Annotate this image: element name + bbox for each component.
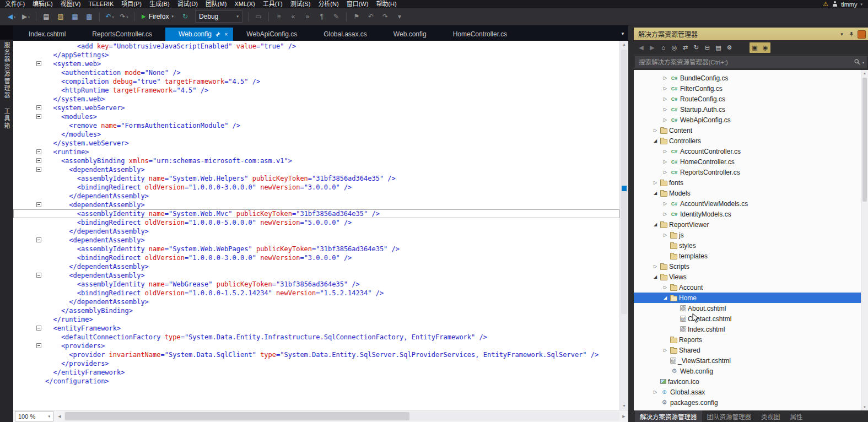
chevron-right-icon[interactable]: ▷ bbox=[661, 348, 670, 353]
tab-reportscontroller-cs[interactable]: ReportsController.cs bbox=[79, 28, 165, 41]
tree-item-packages-config[interactable]: ⚙packages.config bbox=[634, 397, 868, 408]
tree-item-views[interactable]: ◢Views bbox=[634, 272, 868, 282]
forward-icon[interactable]: ▶ bbox=[647, 42, 657, 53]
code-line[interactable]: </dependentAssembly> bbox=[13, 262, 619, 271]
start-debug-button[interactable]: ▶Firefox▾ bbox=[137, 13, 178, 20]
scroll-up-arrow[interactable]: ▲ bbox=[861, 70, 868, 77]
tree-item-webapiconfig-cs[interactable]: ▷C#WebApiConfig.cs bbox=[634, 115, 868, 125]
fold-toggle-icon[interactable] bbox=[36, 149, 41, 154]
code-line[interactable]: </dependentAssembly> bbox=[13, 227, 619, 236]
prev-bookmark-button[interactable]: ↶ bbox=[364, 10, 378, 23]
code-line[interactable]: </dependentAssembly> bbox=[13, 297, 619, 306]
tree-item-fonts[interactable]: ▷fonts bbox=[634, 177, 868, 188]
pending-changes-filter-icon[interactable]: ◉ bbox=[760, 42, 770, 53]
chevron-expanded-icon[interactable]: ◢ bbox=[651, 191, 660, 196]
code-line[interactable]: <bindingRedirect oldVersion="1.0.0.0-1.5… bbox=[13, 289, 619, 297]
show-all-files-icon[interactable]: ▤ bbox=[713, 42, 724, 53]
tool-window-tab[interactable]: 类视图 bbox=[756, 410, 785, 422]
code-line[interactable]: <bindingRedirect oldVersion="1.0.0.0-5.0… bbox=[13, 218, 619, 227]
tree-item-content[interactable]: ▷Content bbox=[634, 125, 868, 136]
chevron-right-icon[interactable]: ▷ bbox=[661, 107, 670, 112]
comment-button[interactable]: ¶ bbox=[315, 10, 329, 23]
code-line[interactable]: <authentication mode="None" /> bbox=[13, 68, 619, 77]
code-line[interactable]: <system.web> bbox=[13, 59, 619, 68]
code-line[interactable]: </system.web> bbox=[13, 95, 619, 104]
tree-item-bundleconfig-cs[interactable]: ▷C#BundleConfig.cs bbox=[634, 73, 868, 83]
home-icon[interactable]: ⌂ bbox=[658, 42, 668, 53]
menu-item[interactable]: TELERIK bbox=[84, 0, 117, 8]
horizontal-scrollbar-thumb[interactable] bbox=[65, 412, 409, 420]
tree-item-js[interactable]: ▷js bbox=[634, 230, 868, 240]
switch-views-icon[interactable]: ◎ bbox=[669, 42, 680, 53]
chevron-right-icon[interactable]: ▷ bbox=[661, 86, 670, 91]
menu-item[interactable]: 文件(F) bbox=[1, 0, 29, 8]
warning-icon[interactable]: ⚠ bbox=[823, 0, 828, 8]
scroll-down-arrow[interactable]: ▼ bbox=[620, 402, 628, 410]
scroll-right-arrow[interactable]: ▶ bbox=[619, 410, 628, 422]
uncomment-button[interactable]: ✎ bbox=[329, 10, 343, 23]
refresh-icon[interactable]: ↻ bbox=[691, 42, 702, 53]
redo-button[interactable]: ↷▾ bbox=[117, 10, 131, 23]
new-file-button[interactable]: ▤ bbox=[39, 10, 53, 23]
tool-window-tab[interactable]: 团队资源管理器 bbox=[702, 410, 757, 422]
code-line[interactable]: </assemblyBinding> bbox=[13, 306, 619, 315]
menu-item[interactable]: 帮助(H) bbox=[372, 0, 400, 8]
code-line[interactable]: <remove name="FormsAuthenticationModule"… bbox=[13, 121, 619, 130]
code-line[interactable]: </modules> bbox=[13, 130, 619, 139]
chevron-expanded-icon[interactable]: ◢ bbox=[651, 223, 660, 227]
tree-item-favicon-ico[interactable]: favicon.ico bbox=[634, 376, 868, 387]
fold-toggle-icon[interactable] bbox=[36, 167, 41, 172]
document-list-chevron-icon[interactable]: ▼ bbox=[621, 31, 625, 36]
menu-item[interactable]: 生成(B) bbox=[145, 0, 174, 8]
chevron-right-icon[interactable]: ▷ bbox=[661, 212, 670, 217]
code-line[interactable]: <assemblyIdentity name="WebGrease" publi… bbox=[13, 280, 619, 289]
tab-web-config[interactable]: Web.config× bbox=[165, 28, 233, 41]
menu-item[interactable]: XML(X) bbox=[230, 0, 258, 8]
toolbox-vertical-tab[interactable]: 工具箱 bbox=[2, 108, 11, 129]
tree-item-startup-auth-cs[interactable]: ▷C#Startup.Auth.cs bbox=[634, 104, 868, 115]
tree-item-routeconfig-cs[interactable]: ▷C#RouteConfig.cs bbox=[634, 94, 868, 104]
tool-window-tab[interactable]: 属性 bbox=[785, 410, 808, 422]
back-icon[interactable]: ◀ bbox=[636, 42, 646, 53]
code-area[interactable]: <add key="UnobtrusiveJavaScriptEnabled" … bbox=[13, 41, 619, 410]
code-line[interactable]: <entityFramework> bbox=[13, 324, 619, 333]
tab-web-config[interactable]: Web.config bbox=[380, 28, 440, 41]
preview-selected-items-icon[interactable]: ▣ bbox=[750, 42, 760, 53]
code-line[interactable]: <compilation debug="true" targetFramewor… bbox=[13, 77, 619, 86]
server-explorer-vertical-tab[interactable]: 服务器资源管理器 bbox=[2, 42, 11, 99]
code-line[interactable]: <dependentAssembly> bbox=[13, 201, 619, 209]
window-position-chevron-icon[interactable]: ▾ bbox=[837, 31, 847, 37]
close-icon[interactable]: × bbox=[224, 31, 228, 37]
increase-indent-button[interactable]: » bbox=[300, 10, 315, 23]
tree-item-accountviewmodels-cs[interactable]: ▷C#AccountViewModels.cs bbox=[634, 198, 868, 209]
menu-item[interactable]: 分析(N) bbox=[314, 0, 342, 8]
chevron-expanded-icon[interactable]: ◢ bbox=[661, 296, 670, 300]
vertical-scrollbar-thumb[interactable] bbox=[621, 50, 627, 314]
fold-toggle-icon[interactable] bbox=[36, 273, 41, 278]
code-line[interactable]: <defaultConnectionFactory type="System.D… bbox=[13, 333, 619, 342]
tree-item--viewstart-cshtml[interactable]: @_ViewStart.cshtml bbox=[634, 355, 868, 366]
code-line[interactable]: <provider invariantName="System.Data.Sql… bbox=[13, 350, 619, 359]
chevron-right-icon[interactable]: ▷ bbox=[661, 149, 670, 154]
chevron-right-icon[interactable]: ▷ bbox=[651, 264, 660, 269]
chevron-right-icon[interactable]: ▷ bbox=[661, 170, 670, 175]
solution-explorer-title-bar[interactable]: 解决方案资源管理器 ▾ × bbox=[634, 28, 868, 40]
editor-horizontal-scrollbar[interactable] bbox=[64, 412, 619, 421]
properties-icon[interactable]: ⚙ bbox=[724, 42, 735, 53]
scroll-down-arrow[interactable]: ▼ bbox=[861, 404, 868, 410]
save-all-button[interactable]: ▩ bbox=[82, 10, 96, 23]
code-line[interactable]: </system.webServer> bbox=[13, 139, 619, 148]
fold-toggle-icon[interactable] bbox=[36, 202, 41, 207]
code-line[interactable]: <system.webServer> bbox=[13, 104, 619, 112]
panel-divider[interactable] bbox=[628, 25, 634, 422]
chevron-right-icon[interactable]: ▷ bbox=[661, 285, 670, 290]
refresh-button[interactable]: ↻ bbox=[178, 10, 192, 23]
tree-item-web-config[interactable]: ⚙Web.config bbox=[634, 366, 868, 376]
tree-vertical-scrollbar[interactable]: ▲ ▼ bbox=[861, 70, 868, 410]
code-line[interactable]: <bindingRedirect oldVersion="1.0.0.0-3.0… bbox=[13, 253, 619, 262]
code-line[interactable]: <bindingRedirect oldVersion="1.0.0.0-3.0… bbox=[13, 183, 619, 192]
fold-toggle-icon[interactable] bbox=[36, 237, 41, 242]
tree-item-account[interactable]: ▷Account bbox=[634, 282, 868, 293]
tree-scrollbar-thumb[interactable] bbox=[862, 78, 867, 202]
menu-item[interactable]: 编辑(E) bbox=[29, 0, 57, 8]
